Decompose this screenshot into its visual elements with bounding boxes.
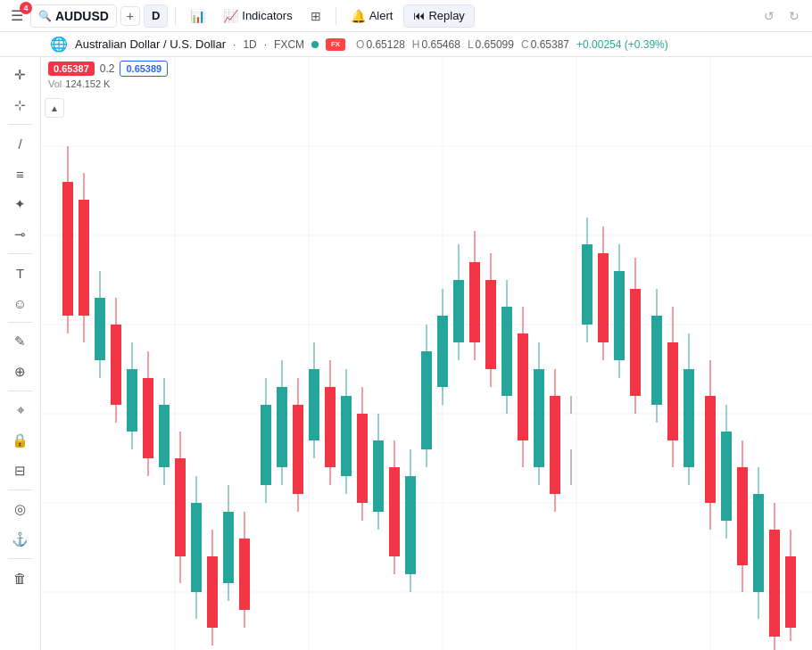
vol-label: Vol: [48, 78, 62, 89]
main-area: ✛ ⊹ / ≡ ✦ ⊸ T ☺ ✎ ⊕ ⌖ 🔒 ⊟ ◎ ⚓ 🗑 0.65387 …: [0, 57, 812, 650]
alert-button[interactable]: 🔔 Alert: [344, 4, 401, 28]
svg-rect-142: [785, 556, 796, 628]
svg-rect-58: [309, 369, 319, 440]
svg-rect-91: [485, 280, 496, 369]
zoom-tool[interactable]: ⊕: [6, 358, 35, 386]
open-val: O 0.65128: [356, 38, 405, 51]
tool-sep-4: [8, 391, 33, 391]
fx-badge: FX: [326, 38, 345, 51]
svg-rect-133: [737, 467, 748, 565]
crosshair-tool[interactable]: ⊹: [6, 91, 35, 119]
tool-sep-6: [8, 558, 33, 559]
symbol-name: AUDUSD: [55, 9, 109, 23]
line-tool[interactable]: /: [6, 129, 35, 158]
svg-rect-100: [534, 369, 544, 467]
price-badge-blue: 0.65389: [120, 61, 168, 77]
trash-tool[interactable]: 🗑: [6, 564, 35, 592]
svg-rect-76: [405, 476, 416, 574]
indicators-button[interactable]: 📈 Indicators: [216, 4, 299, 28]
svg-rect-136: [753, 494, 764, 592]
left-toolbar: ✛ ⊹ / ≡ ✦ ⊸ T ☺ ✎ ⊕ ⌖ 🔒 ⊟ ◎ ⚓ 🗑: [0, 57, 41, 650]
replay-button[interactable]: ⏮ Replay: [403, 4, 474, 28]
svg-rect-118: [651, 316, 662, 405]
svg-rect-73: [389, 467, 400, 556]
divider1: [175, 7, 176, 25]
search-icon: 🔍: [38, 10, 52, 22]
svg-rect-40: [207, 556, 218, 628]
svg-rect-61: [325, 387, 336, 467]
replay-label: Replay: [428, 9, 464, 22]
layout-button[interactable]: ⊞: [303, 4, 328, 28]
chart-type-icon: 📊: [190, 9, 205, 23]
replay-icon: ⏮: [413, 9, 425, 22]
decimal-label: 0.2: [100, 62, 115, 75]
fibonacci-tool[interactable]: ≡: [6, 160, 35, 188]
magnet-tool[interactable]: ⌖: [6, 396, 35, 424]
tool-sep-3: [8, 322, 33, 323]
anchor-tool[interactable]: ⚓: [6, 525, 35, 554]
svg-rect-64: [341, 396, 352, 476]
svg-rect-85: [453, 280, 464, 342]
topbar: 4 ☰ 🔍 AUDUSD + D 📊 📈 Indicators ⊞ 🔔 Aler…: [0, 0, 812, 32]
vol-val: 124.152 K: [65, 78, 110, 89]
add-symbol-button[interactable]: +: [120, 6, 140, 26]
divider2: [336, 7, 336, 25]
svg-rect-31: [159, 405, 170, 467]
alert-icon: 🔔: [351, 9, 366, 23]
svg-rect-13: [62, 182, 73, 316]
svg-rect-124: [684, 369, 694, 467]
timeframe-button[interactable]: D: [144, 4, 168, 28]
measure-tool[interactable]: ⊸: [6, 220, 35, 249]
svg-rect-109: [598, 253, 609, 342]
lock2-tool[interactable]: ⊟: [6, 457, 35, 485]
notification-badge: 4: [20, 2, 32, 14]
ruler-tool[interactable]: ✎: [6, 327, 35, 356]
tool-sep-2: [8, 253, 33, 254]
alert-label: Alert: [369, 9, 394, 22]
svg-rect-106: [582, 244, 592, 325]
chart-type-button[interactable]: 📊: [183, 4, 212, 28]
svg-rect-46: [239, 539, 250, 610]
svg-rect-130: [721, 432, 732, 521]
cursor-tool[interactable]: ✛: [6, 61, 35, 89]
indicators-label: Indicators: [242, 9, 292, 22]
eye-tool[interactable]: ◎: [6, 495, 35, 523]
svg-rect-25: [127, 369, 137, 432]
low-val: L 0.65099: [468, 38, 514, 51]
timeframe-value: 1D: [243, 38, 256, 51]
svg-rect-70: [373, 440, 384, 512]
volume-row: Vol 124.152 K: [48, 78, 110, 89]
symbol-search[interactable]: 🔍 AUDUSD: [30, 4, 117, 28]
svg-rect-103: [550, 396, 560, 494]
collapse-button[interactable]: ▲: [45, 98, 64, 118]
redo-button[interactable]: ↻: [783, 5, 805, 27]
svg-rect-121: [667, 342, 678, 440]
text-tool[interactable]: T: [6, 259, 35, 287]
patterns-tool[interactable]: ✦: [6, 190, 35, 218]
svg-rect-55: [293, 405, 303, 494]
source-value: FXCM: [274, 38, 304, 51]
svg-rect-97: [518, 333, 528, 440]
svg-rect-115: [630, 289, 641, 396]
price-badge-red: 0.65387: [48, 62, 95, 76]
live-dot: [311, 41, 319, 48]
nav-buttons: ↺ ↻: [758, 5, 805, 27]
tool-sep-5: [8, 490, 33, 490]
svg-rect-52: [277, 387, 287, 467]
svg-rect-139: [769, 530, 780, 637]
svg-rect-67: [357, 414, 368, 503]
ohlc-row: O 0.65128 H 0.65468 L 0.65099 C 0.65387 …: [356, 38, 668, 51]
emoji-tool[interactable]: ☺: [6, 289, 35, 317]
timeframe-label: ·: [233, 38, 236, 51]
undo-button[interactable]: ↺: [758, 5, 780, 27]
svg-rect-43: [223, 512, 234, 583]
svg-rect-49: [261, 405, 271, 485]
close-val: C 0.65387: [521, 38, 569, 51]
candlestick-chart: [41, 57, 812, 650]
high-val: H 0.65468: [412, 38, 460, 51]
svg-rect-19: [95, 298, 105, 360]
svg-rect-88: [469, 262, 480, 342]
svg-rect-79: [421, 351, 432, 449]
chart-area[interactable]: 0.65387 0.2 0.65389 Vol 124.152 K ▲: [41, 57, 812, 650]
lock-tool[interactable]: 🔒: [6, 426, 35, 455]
